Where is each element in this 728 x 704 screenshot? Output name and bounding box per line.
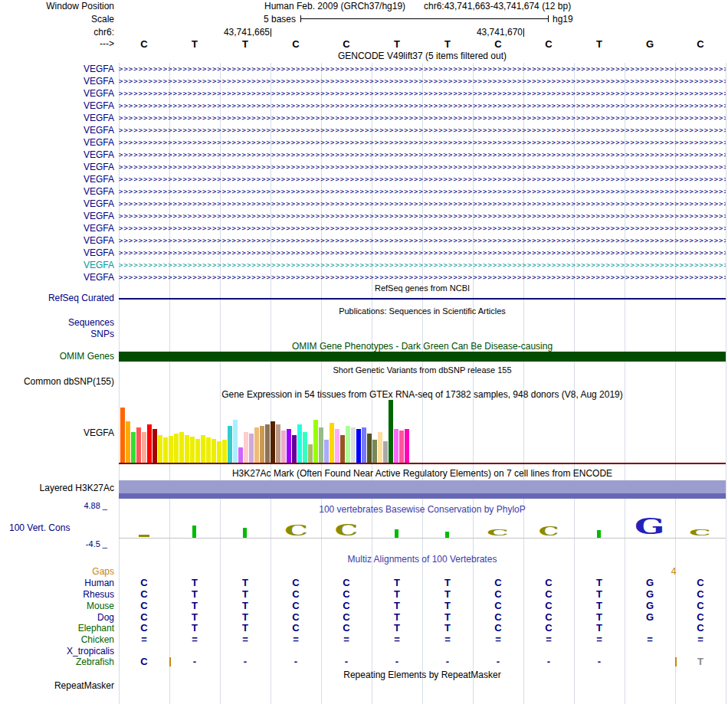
gtex-bar[interactable] <box>389 400 393 463</box>
multiz-species-label[interactable]: Dog <box>0 612 114 623</box>
gencode-transcript-label[interactable]: VEGFA <box>0 100 114 112</box>
multiz-species-label[interactable]: Rhesus <box>0 589 114 600</box>
gtex-bar[interactable] <box>249 434 254 463</box>
gtex-gene-label[interactable]: VEGFA <box>0 427 114 438</box>
gtex-bar[interactable] <box>174 434 179 463</box>
gtex-bar[interactable] <box>201 435 205 463</box>
gtex-bar[interactable] <box>372 440 377 463</box>
gtex-bar[interactable] <box>399 431 404 463</box>
phylop-bar[interactable] <box>445 532 449 538</box>
h3k27ac-bar-top[interactable] <box>119 480 726 493</box>
multiz-species-label[interactable]: Chicken <box>0 634 114 645</box>
phylop-track-label[interactable]: 100 Vert. Cons <box>9 522 70 533</box>
phylop-letter[interactable]: C <box>539 529 559 538</box>
gencode-transcript-label[interactable]: VEGFA <box>0 271 114 283</box>
phylop-letter[interactable]: C <box>335 527 358 538</box>
gencode-transcript-label[interactable]: VEGFA <box>0 234 114 247</box>
gtex-bar[interactable] <box>254 427 259 463</box>
gtex-bar[interactable] <box>351 427 356 463</box>
gtex-bar[interactable] <box>185 435 189 463</box>
phylop-bar[interactable] <box>192 526 196 538</box>
gtex-bar[interactable] <box>158 435 162 463</box>
h3k27ac-label[interactable]: Layered H3K27Ac <box>0 483 114 493</box>
gencode-transcript-label[interactable]: VEGFA <box>0 136 114 149</box>
snps-label[interactable]: SNPs <box>0 329 114 339</box>
gtex-bar[interactable] <box>271 421 275 463</box>
multiz-species-label[interactable]: Elephant <box>0 623 114 634</box>
gtex-bar[interactable] <box>238 447 243 463</box>
gtex-bar[interactable] <box>324 440 329 463</box>
gencode-transcript-label[interactable]: VEGFA <box>0 124 114 136</box>
phylop-letter[interactable]: C <box>487 532 509 538</box>
omim-bar[interactable] <box>119 352 726 362</box>
h3k27ac-bar-bottom[interactable] <box>119 493 726 499</box>
phylop-bar[interactable] <box>395 529 398 538</box>
multiz-species-label[interactable]: Zebrafish <box>0 657 114 667</box>
gencode-transcript-row[interactable]: >>>>>>>>>>>>>>>>>>>>>>>>>>>>>>>>>>>>>>>>… <box>119 222 726 234</box>
gtex-bar[interactable] <box>276 424 280 463</box>
gtex-bar[interactable] <box>163 437 168 463</box>
gencode-transcript-label[interactable]: VEGFA <box>0 161 114 173</box>
gencode-transcript-row[interactable]: >>>>>>>>>>>>>>>>>>>>>>>>>>>>>>>>>>>>>>>>… <box>119 259 726 271</box>
gtex-bar[interactable] <box>356 429 361 463</box>
gtex-bar[interactable] <box>308 444 313 463</box>
gencode-transcript-row[interactable]: >>>>>>>>>>>>>>>>>>>>>>>>>>>>>>>>>>>>>>>>… <box>119 136 726 149</box>
phylop-letter[interactable]: C <box>284 528 307 538</box>
gtex-bar[interactable] <box>330 423 334 463</box>
gtex-bar[interactable] <box>405 429 409 463</box>
gencode-transcript-row[interactable]: >>>>>>>>>>>>>>>>>>>>>>>>>>>>>>>>>>>>>>>>… <box>119 75 726 87</box>
gtex-bar[interactable] <box>217 441 221 463</box>
gtex-bar[interactable] <box>297 424 302 463</box>
phylop-bar[interactable] <box>243 528 247 538</box>
gencode-transcript-row[interactable]: >>>>>>>>>>>>>>>>>>>>>>>>>>>>>>>>>>>>>>>>… <box>119 234 726 247</box>
gtex-bar[interactable] <box>313 420 318 463</box>
gencode-transcript-label[interactable]: VEGFA <box>0 198 114 210</box>
gtex-bar[interactable] <box>383 441 388 463</box>
gencode-transcript-row[interactable]: >>>>>>>>>>>>>>>>>>>>>>>>>>>>>>>>>>>>>>>>… <box>119 185 726 198</box>
gencode-transcript-label[interactable]: VEGFA <box>0 185 114 198</box>
gtex-bar[interactable] <box>152 429 157 463</box>
gtex-bar[interactable] <box>131 432 136 463</box>
gtex-bar[interactable] <box>228 426 232 463</box>
refseq-transcript-line[interactable] <box>119 298 726 300</box>
gencode-transcript-row[interactable]: >>>>>>>>>>>>>>>>>>>>>>>>>>>>>>>>>>>>>>>>… <box>119 210 726 222</box>
phylop-bar[interactable] <box>597 530 601 538</box>
gtex-bar[interactable] <box>319 427 323 463</box>
phylop-letter[interactable]: C <box>690 532 711 538</box>
gtex-bar[interactable] <box>367 434 372 463</box>
gencode-transcript-row[interactable]: >>>>>>>>>>>>>>>>>>>>>>>>>>>>>>>>>>>>>>>>… <box>119 198 726 210</box>
gtex-bar[interactable] <box>265 424 270 463</box>
gtex-bar[interactable] <box>335 429 339 463</box>
gtex-bar[interactable] <box>394 429 398 463</box>
sequences-label[interactable]: Sequences <box>0 317 114 328</box>
gencode-transcript-label[interactable]: VEGFA <box>0 222 114 234</box>
gencode-transcript-label[interactable]: VEGFA <box>0 149 114 161</box>
gencode-transcript-row[interactable]: >>>>>>>>>>>>>>>>>>>>>>>>>>>>>>>>>>>>>>>>… <box>119 149 726 161</box>
gencode-transcript-label[interactable]: VEGFA <box>0 87 114 100</box>
omim-genes-label[interactable]: OMIM Genes <box>0 352 114 362</box>
gencode-transcript-row[interactable]: >>>>>>>>>>>>>>>>>>>>>>>>>>>>>>>>>>>>>>>>… <box>119 247 726 259</box>
gtex-bar[interactable] <box>190 437 195 463</box>
gencode-transcript-row[interactable]: >>>>>>>>>>>>>>>>>>>>>>>>>>>>>>>>>>>>>>>>… <box>119 124 726 136</box>
gtex-bar[interactable] <box>195 439 200 463</box>
multiz-species-label[interactable]: X_tropicalis <box>0 646 114 657</box>
gencode-transcript-row[interactable]: >>>>>>>>>>>>>>>>>>>>>>>>>>>>>>>>>>>>>>>>… <box>119 173 726 185</box>
gencode-transcript-label[interactable]: VEGFA <box>0 210 114 222</box>
gencode-transcript-row[interactable]: >>>>>>>>>>>>>>>>>>>>>>>>>>>>>>>>>>>>>>>>… <box>119 87 726 100</box>
gtex-bar[interactable] <box>378 432 382 463</box>
gtex-bar[interactable] <box>126 421 130 463</box>
gtex-bar[interactable] <box>233 420 238 463</box>
repeatmasker-label[interactable]: RepeatMasker <box>0 680 114 691</box>
gtex-bar[interactable] <box>340 435 345 463</box>
gtex-bar[interactable] <box>281 431 286 463</box>
gtex-bar[interactable] <box>244 432 248 463</box>
gtex-bar[interactable] <box>169 436 173 463</box>
gencode-transcript-label[interactable]: VEGFA <box>0 112 114 124</box>
gtex-bar[interactable] <box>147 424 152 463</box>
gtex-bar[interactable] <box>303 432 307 463</box>
gtex-bar[interactable] <box>287 429 291 463</box>
gencode-transcript-row[interactable]: >>>>>>>>>>>>>>>>>>>>>>>>>>>>>>>>>>>>>>>>… <box>119 271 726 283</box>
gtex-bar[interactable] <box>260 426 264 463</box>
gencode-transcript-row[interactable]: >>>>>>>>>>>>>>>>>>>>>>>>>>>>>>>>>>>>>>>>… <box>119 112 726 124</box>
gtex-bar[interactable] <box>346 426 350 463</box>
